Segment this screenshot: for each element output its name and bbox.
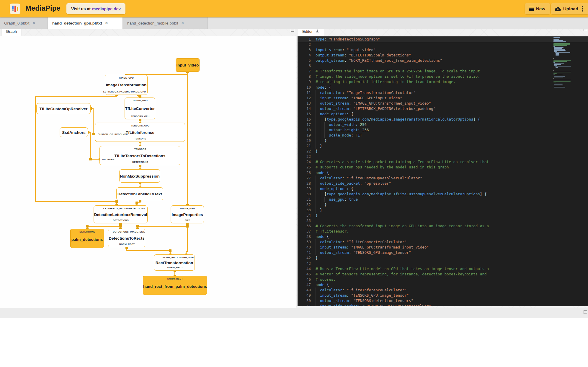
line-number: 29 — [298, 186, 311, 191]
line-number: 26 — [298, 170, 311, 176]
graph-node-NonMaxSuppression[interactable]: NonMaxSuppression — [119, 169, 160, 183]
line-number: 37 — [298, 229, 311, 234]
download-icon[interactable] — [315, 29, 320, 34]
minimap-line — [554, 64, 561, 64]
line-number: 46 — [298, 277, 311, 282]
code-line: 24# Generates a single side packet conta… — [298, 159, 588, 165]
tab-label: Graph_0.pbtxt — [4, 21, 30, 25]
feedback-bar — [0, 308, 588, 318]
line-number: 11 — [298, 90, 311, 95]
code-line: 15node_options: { — [298, 111, 588, 117]
minimap-line — [553, 60, 571, 61]
code-line: 50output_stream: "TENSORS:detection_tens… — [298, 298, 588, 303]
line-number: 9 — [298, 79, 311, 85]
minimap-line — [553, 80, 571, 80]
graph-node-DetectionLetterboxRemoval[interactable]: DetectionLetterboxRemovalLETTERBOX_PADDI… — [94, 205, 148, 223]
minimap-line — [554, 57, 554, 58]
graph-node-TfLiteConverter[interactable]: TfLiteConverterIMAGE_GPUTENSORS_GPU — [125, 98, 155, 119]
minimap-line — [553, 46, 555, 47]
minimap-line — [556, 54, 560, 55]
graph-node-TfLiteCustomOpResolver[interactable]: TfLiteCustomOpResolver — [36, 103, 91, 114]
visit-text: Visit us at — [71, 7, 91, 11]
code-line: 49input_stream: "TENSORS_GPU:image_tenso… — [298, 293, 588, 298]
code-line: 2 — [298, 42, 588, 47]
tab-hand-detection-gpu-pbtxt[interactable]: hand_detection_gpu.pbtxt ✕ — [48, 17, 123, 29]
close-icon[interactable]: ✕ — [105, 21, 108, 25]
node-title: TfLiteTensorsToDetections — [100, 153, 180, 158]
node-title: DetectionsToRects — [108, 236, 145, 240]
code-line: 26node { — [298, 170, 588, 176]
minimap-line — [554, 86, 564, 86]
minimap-line — [553, 83, 555, 83]
line-number: 49 — [298, 293, 311, 298]
line-number: 15 — [298, 111, 311, 117]
minimap-line — [553, 61, 567, 61]
port-label-letterbox_padding: LETTERBOX_PADDING — [103, 90, 131, 93]
minimap-line — [553, 62, 555, 63]
line-number: 20 — [298, 138, 311, 143]
graph-node-ImageProperties[interactable]: ImagePropertiesIMAGE_GPUSIZE — [171, 205, 204, 223]
minimap-line — [554, 84, 563, 84]
minimap-line — [553, 81, 571, 81]
minimap-line — [554, 65, 557, 66]
close-icon[interactable]: ✕ — [32, 21, 35, 25]
expand-feedback-panel-icon[interactable] — [584, 310, 587, 314]
node-title: NonMaxSuppression — [120, 174, 160, 178]
line-number: 8 — [298, 74, 311, 79]
code-line: 42} — [298, 255, 588, 261]
port-label-norm_rect: NORM_RECT — [119, 243, 135, 246]
minimap-line — [553, 39, 559, 40]
code-line: 21} — [298, 143, 588, 149]
graph-node-DetectionLabelIdToText[interactable]: DetectionLabelIdToText — [116, 187, 163, 200]
port-label-tensors_gpu: TENSORS_GPU — [131, 124, 150, 127]
minimap-line — [553, 78, 554, 78]
mediapipe-dev-link[interactable]: mediapipe.dev — [92, 7, 121, 11]
minimap-line — [553, 72, 571, 72]
graph-node-RectTransformation[interactable]: RectTransformationNORM_RECTIMAGE_SIZENOR… — [154, 254, 195, 271]
code-line: 44# Runs a TensorFlow Lite model on GPU … — [298, 266, 588, 272]
line-number: 21 — [298, 143, 311, 149]
line-number: 38 — [298, 234, 311, 239]
graph-node-SsdAnchors[interactable]: SsdAnchors — [60, 127, 88, 137]
code-line: 9# resulting in potential letterboxing i… — [298, 79, 588, 85]
line-number: 10 — [298, 85, 311, 90]
graph-node-palm_detections[interactable]: palm_detectionsDETECTIONS — [70, 229, 104, 248]
minimap-line — [553, 37, 560, 38]
code-line: 45# vector of tensors representing, for … — [298, 272, 588, 277]
port-label-tensors_gpu: TENSORS_GPU — [131, 115, 150, 118]
node-title: DetectionLetterboxRemoval — [94, 212, 147, 217]
graph-node-TfLiteTensorsToDetections[interactable]: TfLiteTensorsToDetectionsTENSORSDETECTIO… — [99, 146, 180, 165]
port-label-image_gpu: IMAGE_GPU — [131, 90, 146, 93]
port-label-detections: DETECTIONS — [79, 230, 95, 233]
more-options-icon[interactable] — [582, 6, 583, 12]
node-title: DetectionLabelIdToText — [117, 192, 163, 196]
graph-node-ImageTransformation[interactable]: ImageTransformationIMAGE_GPULETTERBOX_PA… — [105, 75, 148, 95]
close-icon[interactable]: ✕ — [181, 21, 184, 25]
editor-minimap[interactable] — [553, 36, 582, 306]
graph-node-hand_rect_from_palm_detections[interactable]: hand_rect_from_palm_detectionsNORM_RECT — [143, 276, 207, 295]
minimap-line — [556, 55, 559, 56]
app-title: MediaPipe — [25, 4, 61, 12]
upload-button[interactable]: Upload — [551, 3, 588, 14]
graph-node-input_video[interactable]: input_video — [176, 58, 200, 72]
port-label-tensors: TENSORS — [134, 137, 146, 140]
node-title: TfLiteConverter — [125, 106, 155, 111]
line-number: 7 — [298, 69, 311, 74]
tab-graph-0-pbtxt[interactable]: Graph_0.pbtxt ✕ — [0, 17, 48, 29]
code-line: 47node { — [298, 282, 588, 288]
graph-node-DetectionsToRects[interactable]: DetectionsToRectsDETECTIONSIMAGE_SIZENOR… — [108, 229, 145, 247]
code-line: 13output_stream: "IMAGE_GPU:transformed_… — [298, 101, 588, 106]
new-button-label: New — [536, 6, 545, 11]
line-number: 36 — [298, 223, 311, 229]
new-button[interactable]: New — [525, 3, 550, 14]
tab-hand-detection-mobile-pbtxt[interactable]: hand_detection_mobile.pbtxt ✕ — [123, 17, 208, 29]
code-line: 33} — [298, 207, 588, 213]
graph-node-TfLiteInference[interactable]: TfLiteInferenceTENSORS_GPUTENSORSCUSTOM_… — [95, 123, 185, 142]
minimap-line — [554, 48, 562, 49]
code-line: 32} — [298, 202, 588, 207]
code-line: 30[type.googleapis.com/mediapipe.TfLiteC… — [298, 191, 588, 197]
line-number: 51 — [298, 303, 311, 306]
code-line: 25# supports custom ops needed by the mo… — [298, 165, 588, 170]
code-editor[interactable]: 1type: "HandDetectionSubgraph"23input_st… — [298, 36, 588, 306]
code-line: 5output_stream: "NORM_RECT:hand_rect_fro… — [298, 58, 588, 63]
